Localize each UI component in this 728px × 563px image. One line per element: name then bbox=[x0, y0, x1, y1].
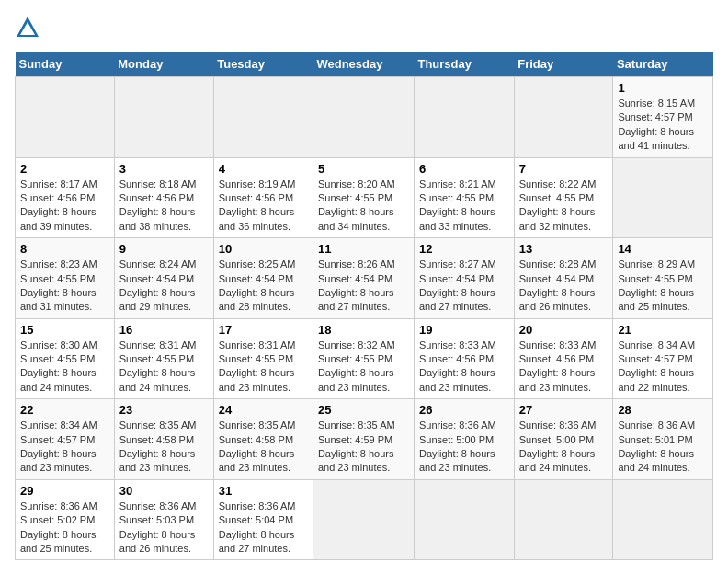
day-info: Sunrise: 8:22 AMSunset: 4:55 PMDaylight:… bbox=[519, 178, 609, 235]
day-number: 13 bbox=[519, 242, 609, 256]
day-cell: 29Sunrise: 8:36 AMSunset: 5:02 PMDayligh… bbox=[16, 479, 115, 560]
logo bbox=[15, 15, 44, 40]
day-number: 12 bbox=[419, 242, 509, 256]
day-number: 16 bbox=[119, 323, 209, 337]
day-info: Sunrise: 8:21 AMSunset: 4:55 PMDaylight:… bbox=[419, 178, 509, 235]
day-cell: 17Sunrise: 8:31 AMSunset: 4:55 PMDayligh… bbox=[213, 318, 313, 399]
day-number: 26 bbox=[419, 403, 509, 417]
day-number: 23 bbox=[119, 403, 209, 417]
day-info: Sunrise: 8:35 AMSunset: 4:58 PMDaylight:… bbox=[119, 419, 209, 476]
day-info: Sunrise: 8:28 AMSunset: 4:54 PMDaylight:… bbox=[519, 258, 609, 315]
day-info: Sunrise: 8:33 AMSunset: 4:56 PMDaylight:… bbox=[519, 339, 609, 396]
day-cell: 20Sunrise: 8:33 AMSunset: 4:56 PMDayligh… bbox=[514, 318, 613, 399]
day-cell: 31Sunrise: 8:36 AMSunset: 5:04 PMDayligh… bbox=[213, 479, 313, 560]
day-cell: 23Sunrise: 8:35 AMSunset: 4:58 PMDayligh… bbox=[114, 399, 213, 480]
day-cell bbox=[613, 479, 713, 560]
day-info: Sunrise: 8:23 AMSunset: 4:55 PMDaylight:… bbox=[20, 258, 109, 315]
day-cell: 6Sunrise: 8:21 AMSunset: 4:55 PMDaylight… bbox=[414, 157, 514, 238]
day-cell bbox=[313, 479, 414, 560]
day-cell: 10Sunrise: 8:25 AMSunset: 4:54 PMDayligh… bbox=[213, 238, 313, 319]
day-cell: 9Sunrise: 8:24 AMSunset: 4:54 PMDaylight… bbox=[114, 238, 213, 319]
day-number: 20 bbox=[519, 323, 609, 337]
day-number: 8 bbox=[20, 242, 109, 256]
day-info: Sunrise: 8:36 AMSunset: 5:03 PMDaylight:… bbox=[119, 500, 209, 557]
empty-cell bbox=[414, 77, 514, 158]
day-cell: 25Sunrise: 8:35 AMSunset: 4:59 PMDayligh… bbox=[313, 399, 414, 480]
day-cell bbox=[514, 479, 613, 560]
day-number: 14 bbox=[618, 242, 708, 256]
column-header-thursday: Thursday bbox=[414, 52, 514, 77]
column-header-saturday: Saturday bbox=[613, 52, 713, 77]
day-info: Sunrise: 8:31 AMSunset: 4:55 PMDaylight:… bbox=[219, 339, 308, 396]
day-number: 28 bbox=[618, 403, 708, 417]
column-header-monday: Monday bbox=[114, 52, 213, 77]
day-cell: 14Sunrise: 8:29 AMSunset: 4:55 PMDayligh… bbox=[613, 238, 713, 319]
day-info: Sunrise: 8:26 AMSunset: 4:54 PMDaylight:… bbox=[318, 258, 409, 315]
day-number: 17 bbox=[219, 323, 308, 337]
day-cell: 13Sunrise: 8:28 AMSunset: 4:54 PMDayligh… bbox=[514, 238, 613, 319]
empty-cell bbox=[16, 77, 115, 158]
day-number: 5 bbox=[318, 162, 409, 176]
day-info: Sunrise: 8:24 AMSunset: 4:54 PMDaylight:… bbox=[119, 258, 209, 315]
day-cell: 21Sunrise: 8:34 AMSunset: 4:57 PMDayligh… bbox=[613, 318, 713, 399]
empty-cell bbox=[114, 77, 213, 158]
day-cell: 19Sunrise: 8:33 AMSunset: 4:56 PMDayligh… bbox=[414, 318, 514, 399]
day-info: Sunrise: 8:27 AMSunset: 4:54 PMDaylight:… bbox=[419, 258, 509, 315]
day-info: Sunrise: 8:25 AMSunset: 4:54 PMDaylight:… bbox=[219, 258, 308, 315]
day-number: 11 bbox=[318, 242, 409, 256]
calendar-week-row: 2Sunrise: 8:17 AMSunset: 4:56 PMDaylight… bbox=[16, 157, 713, 238]
day-number: 31 bbox=[219, 484, 308, 498]
day-info: Sunrise: 8:18 AMSunset: 4:56 PMDaylight:… bbox=[119, 178, 209, 235]
day-info: Sunrise: 8:36 AMSunset: 5:00 PMDaylight:… bbox=[519, 419, 609, 476]
day-cell: 2Sunrise: 8:17 AMSunset: 4:56 PMDaylight… bbox=[16, 157, 115, 238]
day-cell-1: 1Sunrise: 8:15 AMSunset: 4:57 PMDaylight… bbox=[613, 77, 713, 158]
day-cell: 12Sunrise: 8:27 AMSunset: 4:54 PMDayligh… bbox=[414, 238, 514, 319]
day-cell: 28Sunrise: 8:36 AMSunset: 5:01 PMDayligh… bbox=[613, 399, 713, 480]
day-number: 21 bbox=[618, 323, 708, 337]
day-info: Sunrise: 8:35 AMSunset: 4:58 PMDaylight:… bbox=[219, 419, 308, 476]
logo-icon bbox=[15, 15, 40, 40]
day-number: 4 bbox=[219, 162, 308, 176]
calendar-header-row: SundayMondayTuesdayWednesdayThursdayFrid… bbox=[16, 52, 713, 77]
day-number: 19 bbox=[419, 323, 509, 337]
day-number: 3 bbox=[119, 162, 209, 176]
day-info: Sunrise: 8:15 AMSunset: 4:57 PMDaylight:… bbox=[618, 97, 708, 154]
day-number: 30 bbox=[119, 484, 209, 498]
empty-cell bbox=[313, 77, 414, 158]
day-number: 27 bbox=[519, 403, 609, 417]
day-number: 10 bbox=[219, 242, 308, 256]
day-cell: 3Sunrise: 8:18 AMSunset: 4:56 PMDaylight… bbox=[114, 157, 213, 238]
day-cell: 15Sunrise: 8:30 AMSunset: 4:55 PMDayligh… bbox=[16, 318, 115, 399]
day-info: Sunrise: 8:30 AMSunset: 4:55 PMDaylight:… bbox=[20, 339, 109, 396]
day-info: Sunrise: 8:17 AMSunset: 4:56 PMDaylight:… bbox=[20, 178, 109, 235]
empty-cell bbox=[514, 77, 613, 158]
day-info: Sunrise: 8:36 AMSunset: 5:00 PMDaylight:… bbox=[419, 419, 509, 476]
day-number: 25 bbox=[318, 403, 409, 417]
day-number: 15 bbox=[20, 323, 109, 337]
calendar-week-row: 15Sunrise: 8:30 AMSunset: 4:55 PMDayligh… bbox=[16, 318, 713, 399]
column-header-sunday: Sunday bbox=[16, 52, 115, 77]
calendar-week-row: 8Sunrise: 8:23 AMSunset: 4:55 PMDaylight… bbox=[16, 238, 713, 319]
day-number: 9 bbox=[119, 242, 209, 256]
column-header-tuesday: Tuesday bbox=[213, 52, 313, 77]
day-number: 29 bbox=[20, 484, 109, 498]
day-cell bbox=[414, 479, 514, 560]
day-info: Sunrise: 8:34 AMSunset: 4:57 PMDaylight:… bbox=[618, 339, 708, 396]
day-info: Sunrise: 8:31 AMSunset: 4:55 PMDaylight:… bbox=[119, 339, 209, 396]
page-header bbox=[15, 15, 713, 40]
day-cell: 18Sunrise: 8:32 AMSunset: 4:55 PMDayligh… bbox=[313, 318, 414, 399]
day-cell: 5Sunrise: 8:20 AMSunset: 4:55 PMDaylight… bbox=[313, 157, 414, 238]
day-cell: 8Sunrise: 8:23 AMSunset: 4:55 PMDaylight… bbox=[16, 238, 115, 319]
day-info: Sunrise: 8:19 AMSunset: 4:56 PMDaylight:… bbox=[219, 178, 308, 235]
day-info: Sunrise: 8:29 AMSunset: 4:55 PMDaylight:… bbox=[618, 258, 708, 315]
calendar-week-row: 29Sunrise: 8:36 AMSunset: 5:02 PMDayligh… bbox=[16, 479, 713, 560]
day-cell bbox=[613, 157, 713, 238]
day-info: Sunrise: 8:35 AMSunset: 4:59 PMDaylight:… bbox=[318, 419, 409, 476]
empty-cell bbox=[213, 77, 313, 158]
day-info: Sunrise: 8:36 AMSunset: 5:02 PMDaylight:… bbox=[20, 500, 109, 557]
day-number: 1 bbox=[618, 81, 708, 95]
day-info: Sunrise: 8:20 AMSunset: 4:55 PMDaylight:… bbox=[318, 178, 409, 235]
day-info: Sunrise: 8:33 AMSunset: 4:56 PMDaylight:… bbox=[419, 339, 509, 396]
column-header-wednesday: Wednesday bbox=[313, 52, 414, 77]
day-cell: 4Sunrise: 8:19 AMSunset: 4:56 PMDaylight… bbox=[213, 157, 313, 238]
